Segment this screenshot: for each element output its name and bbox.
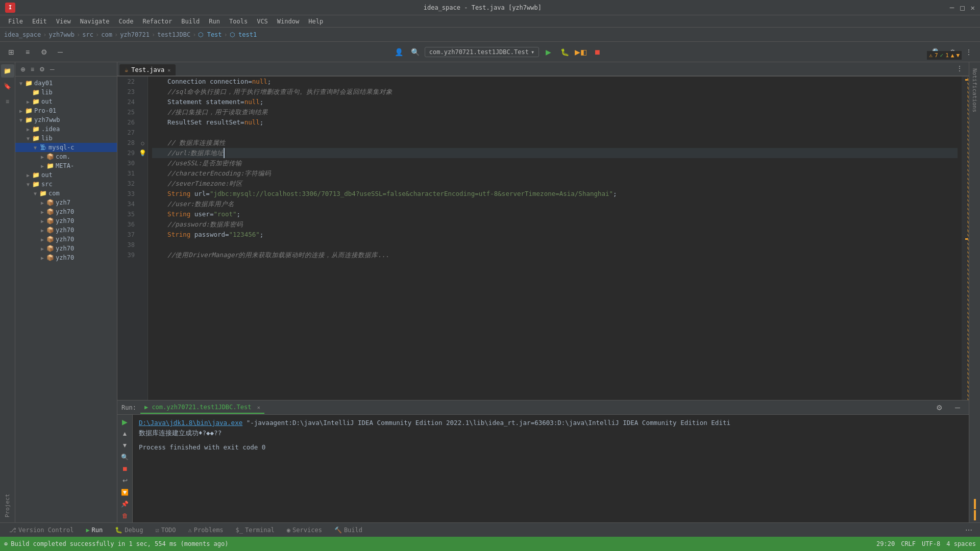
bottom-tab-run[interactable]: ▶ Run: [81, 525, 108, 535]
run-stop-btn[interactable]: ⏹: [119, 464, 131, 473]
run-pin-btn[interactable]: 📌: [119, 499, 131, 509]
run-config-dropdown-icon[interactable]: ▾: [531, 48, 534, 56]
menu-navigate[interactable]: Navigate: [76, 17, 114, 26]
tree-item-out2[interactable]: ▶ 📁 out: [15, 170, 117, 180]
line-ending[interactable]: CRLF: [901, 540, 916, 547]
debug-button[interactable]: 🐛: [557, 45, 572, 59]
run-tab-close[interactable]: ✕: [257, 405, 260, 410]
file-encoding[interactable]: UTF-8: [922, 540, 940, 547]
breadcrumb-test1-method[interactable]: ⬡ test1: [230, 31, 257, 38]
close-button[interactable]: ✕: [971, 4, 975, 12]
gutter-33: [138, 189, 148, 199]
tree-item-yzh7wwb[interactable]: ▼ 📁 yzh7wwb: [15, 115, 117, 124]
tree-item-day01[interactable]: ▼ 📁 day01: [15, 79, 117, 88]
run-clear-btn[interactable]: 🗑: [119, 511, 131, 520]
code-content[interactable]: Connection connection=null; //sql命令执行接口，…: [148, 77, 962, 400]
activity-project[interactable]: 📁: [1, 64, 14, 78]
tree-item-yzh70-4[interactable]: ▶ 📦 yzh70: [15, 235, 117, 244]
editor-scrollbar[interactable]: [962, 77, 969, 400]
menu-edit[interactable]: Edit: [28, 17, 51, 26]
bottom-tab-services[interactable]: ◉ Services: [282, 525, 327, 535]
menu-help[interactable]: Help: [304, 17, 327, 26]
tree-item-yzh70-2[interactable]: ▶ 📦 yzh70: [15, 216, 117, 226]
toolbar-expand-btn[interactable]: ⊞: [4, 45, 18, 59]
code-editor[interactable]: 22 23 24 25 26 27 28 29 30 31 32 33 34 3…: [117, 77, 969, 400]
breadcrumb-test1jdbc[interactable]: test1JDBC: [157, 31, 190, 38]
tab-test-java[interactable]: ☕ Test.java ✕: [119, 64, 176, 76]
tree-item-yzh70-6[interactable]: ▶ 📦 yzh70: [15, 253, 117, 262]
tab-close-btn[interactable]: ✕: [167, 67, 170, 73]
notifications-label[interactable]: Notifications: [971, 64, 978, 116]
cursor-position[interactable]: 29:20: [876, 540, 895, 547]
menu-run[interactable]: Run: [205, 17, 224, 26]
breadcrumb-test-class[interactable]: ⬡ Test: [198, 31, 222, 38]
breadcrumb-idea-space[interactable]: idea_space: [4, 31, 41, 38]
run-minimize-btn[interactable]: ─: [950, 400, 965, 415]
menu-build[interactable]: Build: [177, 17, 204, 26]
toolbar-settings-btn[interactable]: ⚙: [37, 45, 51, 59]
tree-item-lib2[interactable]: ▼ 📁 lib: [15, 134, 117, 143]
run-settings-btn[interactable]: ⚙: [932, 400, 946, 415]
tree-item-out1[interactable]: ▶ 📁 out: [15, 97, 117, 106]
bottom-tab-build[interactable]: 🔨 Build: [329, 525, 368, 535]
menu-window[interactable]: Window: [273, 17, 303, 26]
bottom-tab-terminal[interactable]: $_ Terminal: [231, 525, 280, 535]
activity-bookmarks[interactable]: 🔖: [1, 80, 14, 93]
window-controls[interactable]: ─ □ ✕: [950, 4, 975, 12]
toolbar-minimize-panel-btn[interactable]: ─: [53, 45, 67, 59]
tree-item-lib1[interactable]: 📁 lib: [15, 88, 117, 97]
minimize-button[interactable]: ─: [950, 4, 954, 12]
tree-item-meta[interactable]: ▶ 📁 META-: [15, 161, 117, 170]
menu-tools[interactable]: Tools: [225, 17, 252, 26]
run-search-btn[interactable]: 🔍: [119, 452, 131, 462]
stop-button[interactable]: ⏹: [590, 45, 604, 59]
tree-item-yzh7-1[interactable]: ▶ 📦 yzh7: [15, 198, 117, 207]
toolbar-more-btn[interactable]: ⋮: [962, 45, 976, 59]
menu-code[interactable]: Code: [115, 17, 138, 26]
java-exe-link[interactable]: D:\Java\jdk1.8\bin\java.exe: [139, 419, 242, 427]
breadcrumb-com[interactable]: com: [101, 31, 112, 38]
tree-item-mysql[interactable]: ▼ 🗜 mysql-c: [15, 143, 117, 152]
tree-item-src[interactable]: ▼ 📁 src: [15, 180, 117, 189]
tree-item-yzh70-5[interactable]: ▶ 📦 yzh70: [15, 244, 117, 253]
run-play-btn[interactable]: ▶: [119, 417, 131, 427]
indent-size[interactable]: 4 spaces: [946, 540, 976, 547]
run-button[interactable]: ▶: [541, 45, 555, 59]
sidebar-close-btn[interactable]: ─: [49, 65, 56, 74]
expand-bottom-panel-btn[interactable]: ⋯: [962, 523, 976, 537]
tree-item-com-src[interactable]: ▼ 📁 com: [15, 189, 117, 198]
tree-item-yzh70-1[interactable]: ▶ 📦 yzh70: [15, 207, 117, 216]
run-tab-main[interactable]: ▶ com.yzh70721.test1JDBC.Test ✕: [140, 402, 264, 414]
tree-item-com-pkg[interactable]: ▶ 📦 com.: [15, 152, 117, 161]
run-configuration[interactable]: com.yzh70721.test1JDBC.Test ▾: [425, 47, 539, 57]
maximize-button[interactable]: □: [960, 4, 964, 12]
menu-view[interactable]: View: [52, 17, 75, 26]
menu-refactor[interactable]: Refactor: [138, 17, 176, 26]
sidebar-collapse-all-btn[interactable]: ≡: [30, 65, 35, 74]
sidebar-sync-btn[interactable]: ⊕: [19, 65, 27, 74]
breadcrumb-yzh70721[interactable]: yzh70721: [120, 31, 150, 38]
breadcrumb-src[interactable]: src: [82, 31, 93, 38]
tree-arrow-mysql: ▼: [32, 145, 39, 151]
run-wrap-btn[interactable]: ↩: [119, 475, 131, 485]
run-filter-btn[interactable]: 🔽: [119, 487, 131, 497]
bottom-tab-debug[interactable]: 🐛 Debug: [110, 525, 148, 535]
tree-item-pro01[interactable]: ▶ 📁 Pro-01: [15, 106, 117, 115]
tree-item-yzh70-3[interactable]: ▶ 📦 yzh70: [15, 226, 117, 235]
coverage-button[interactable]: ▶◧: [574, 45, 588, 59]
toolbar-user-btn[interactable]: 👤: [392, 45, 406, 59]
toolbar-collapse-btn[interactable]: ≡: [20, 45, 35, 59]
bottom-tab-version-control[interactable]: ⎇ Version Control: [4, 525, 79, 535]
run-scroll-up-btn[interactable]: ▲: [119, 429, 131, 438]
editor-more-tabs-btn[interactable]: ⋮: [952, 62, 967, 76]
toolbar-search-everywhere-btn[interactable]: 🔍: [408, 45, 423, 59]
bottom-tab-todo[interactable]: ☑ TODO: [150, 525, 181, 535]
tree-item-idea[interactable]: ▶ 📁 .idea: [15, 124, 117, 134]
run-scroll-down-btn[interactable]: ▼: [119, 440, 131, 450]
activity-structure[interactable]: ≡: [1, 95, 14, 108]
sidebar-settings-btn[interactable]: ⚙: [38, 65, 46, 74]
breadcrumb-yzh7wwb[interactable]: yzh7wwb: [48, 31, 75, 38]
menu-file[interactable]: File: [4, 17, 27, 26]
bottom-tab-problems[interactable]: ⚠ Problems: [183, 525, 229, 535]
menu-vcs[interactable]: VCS: [253, 17, 272, 26]
